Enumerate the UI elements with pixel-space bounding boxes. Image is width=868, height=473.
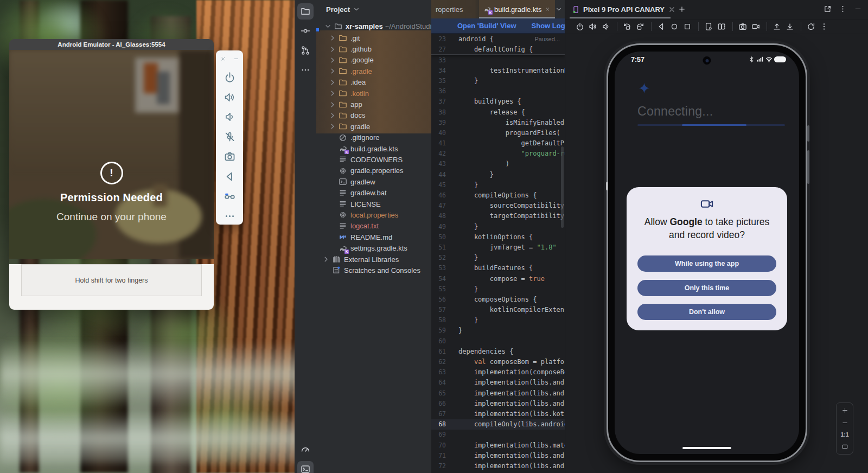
zoom-in-icon[interactable]: [841, 407, 848, 414]
code-line-27[interactable]: 27 defaultConfig {: [431, 44, 565, 54]
power-icon[interactable]: [222, 71, 237, 85]
code-line-64[interactable]: 64 implementation(libs.andr: [431, 378, 565, 388]
code-line-39[interactable]: 39 isMinifyEnabled: [431, 117, 565, 127]
tree-item-.github[interactable]: .github: [316, 43, 431, 54]
code-line-58[interactable]: 58 }: [431, 315, 565, 325]
tree-item-.gitignore[interactable]: .gitignore: [316, 132, 431, 143]
volume-up-icon[interactable]: [587, 21, 599, 33]
volume-up-icon[interactable]: [222, 90, 237, 104]
tab-gradle-properties[interactable]: roperties: [436, 0, 463, 18]
code-line-42[interactable]: 42 "proguard-ru: [431, 149, 565, 159]
tree-item-gradle.properties[interactable]: gradle.properties: [316, 165, 431, 176]
code-line-47[interactable]: 47 sourceCompatibility: [431, 201, 565, 211]
record-icon[interactable]: [750, 21, 762, 33]
close-tab-icon[interactable]: [545, 6, 551, 12]
hide-panel-icon[interactable]: [854, 5, 862, 13]
more-options-icon[interactable]: [839, 5, 847, 13]
tree-item-build.gradle.kts[interactable]: Kbuild.gradle.kts: [316, 143, 431, 154]
add-device-tab-icon[interactable]: [678, 5, 686, 13]
tree-item-logcat.txt[interactable]: logcat.txt: [316, 221, 431, 232]
code-line-62[interactable]: 62 val composeBom = platfor: [431, 356, 565, 367]
chevron-right-icon[interactable]: [328, 34, 337, 42]
chevron-right-icon[interactable]: [328, 111, 337, 120]
chevron-right-icon[interactable]: [328, 78, 337, 87]
code-line-72[interactable]: 72 implementation(libs.andr: [431, 461, 565, 471]
code-line-52[interactable]: 52 }: [431, 253, 565, 263]
tree-item-readme.md[interactable]: README.md: [316, 232, 431, 242]
code-line-54[interactable]: 54 compose = true: [431, 273, 565, 284]
back-icon[interactable]: [222, 169, 237, 183]
code-line-68[interactable]: 68 compileOnly(libs.android: [431, 419, 565, 430]
stripe-button-terminal[interactable]: [297, 461, 314, 473]
device-settings-icon[interactable]: [703, 21, 714, 33]
fold-icon[interactable]: [716, 21, 727, 33]
code-line-45[interactable]: 45 }: [431, 180, 565, 190]
overview-icon[interactable]: [681, 21, 693, 33]
home-indicator[interactable]: [682, 447, 731, 450]
code-line-51[interactable]: 51 jvmTarget = "1.8": [431, 242, 565, 252]
chevron-right-icon[interactable]: [328, 56, 337, 65]
tab-pixel-9-pro[interactable]: Pixel 9 Pro API CANARY: [570, 0, 678, 18]
tree-item-license[interactable]: LICENSE: [316, 199, 431, 209]
chevron-right-icon[interactable]: [322, 255, 330, 264]
code-line-73[interactable]: 73 implementation(libs.andr: [431, 471, 565, 473]
code-line-37[interactable]: 37 buildTypes {: [431, 97, 565, 107]
perm-button-don-t-allow[interactable]: Don't allow: [637, 304, 776, 320]
code-line-69[interactable]: 69: [431, 430, 565, 440]
upload-icon[interactable]: [771, 21, 783, 33]
code-line-67[interactable]: 67 implementation(libs.kotl: [431, 408, 565, 419]
code-line-70[interactable]: 70 implementation(libs.mate: [431, 440, 565, 450]
chevron-right-icon[interactable]: [328, 67, 337, 75]
volume-down-icon[interactable]: [600, 21, 612, 33]
open-in-window-icon[interactable]: [824, 5, 832, 13]
code-line-65[interactable]: 65 implementation(libs.andr: [431, 388, 565, 398]
stripe-button-project-folder[interactable]: [297, 3, 314, 20]
tree-item-gradlew.bat[interactable]: gradlew.bat: [316, 187, 431, 198]
code-line-50[interactable]: 50 kotlinOptions {: [431, 232, 565, 242]
banner-link-show-log-in-finder[interactable]: Show Log in Finder: [532, 22, 565, 30]
tree-item-.idea[interactable]: .idea: [316, 77, 431, 88]
tree-item-local.properties[interactable]: local.properties: [316, 209, 431, 220]
close-tab-icon[interactable]: [668, 5, 676, 14]
rotate-right-icon[interactable]: [634, 21, 646, 33]
code-line-53[interactable]: 53 buildFeatures {: [431, 263, 565, 273]
tree-item-docs[interactable]: docs: [316, 110, 431, 121]
editor-scrollbar[interactable]: [561, 146, 564, 228]
code-line-71[interactable]: 71 implementation(libs.andr: [431, 450, 565, 461]
code-line-36[interactable]: 36: [431, 86, 565, 97]
code-line-44[interactable]: 44 }: [431, 169, 565, 180]
mic-off-icon[interactable]: [222, 130, 237, 144]
tree-item-app[interactable]: app: [316, 99, 431, 110]
code-line-33[interactable]: 33: [431, 55, 565, 65]
screenshot-icon[interactable]: [737, 21, 749, 33]
tree-item-gradle[interactable]: gradle: [316, 121, 431, 132]
code-line-63[interactable]: 63 implementation(composeBo: [431, 367, 565, 378]
code-line-60[interactable]: 60: [431, 336, 565, 346]
code-line-57[interactable]: 57 kotlinCompilerExtens: [431, 305, 565, 315]
tree-item-external-libraries[interactable]: External Libraries: [316, 254, 431, 265]
stripe-button-pull-request[interactable]: [297, 42, 314, 59]
perm-button-while-using-the-app[interactable]: While using the app: [637, 255, 776, 272]
chevron-right-icon[interactable]: [328, 45, 337, 54]
code-line-41[interactable]: 41 getDefaultPro: [431, 138, 565, 149]
stripe-button-commit[interactable]: [297, 23, 314, 39]
zoom-ratio-label[interactable]: 1:1: [840, 431, 848, 438]
code-line-48[interactable]: 48 targetCompatibility: [431, 211, 565, 221]
tree-item-settings.gradle.kts[interactable]: Ksettings.gradle.kts: [316, 242, 431, 253]
camera-icon[interactable]: [222, 150, 237, 164]
tree-item-.git[interactable]: .git: [316, 33, 431, 43]
tree-item-scratches-and-consoles[interactable]: Scratches and Consoles: [316, 265, 431, 276]
code-line-56[interactable]: 56 composeOptions {: [431, 294, 565, 304]
tab-build-gradle-kts[interactable]: K build.gradle.kts: [479, 0, 555, 18]
glasses-icon[interactable]: [222, 189, 237, 203]
back-icon[interactable]: [655, 21, 667, 33]
chevron-down-icon[interactable]: [324, 22, 332, 30]
chevron-right-icon[interactable]: [328, 100, 337, 109]
stripe-button-profiler[interactable]: [297, 442, 314, 458]
code-lines[interactable]: 3334 testInstrumentationRu35 }3637 build…: [431, 55, 565, 473]
code-line-59[interactable]: 59}: [431, 325, 565, 336]
close-icon[interactable]: [220, 56, 226, 62]
rotate-left-icon[interactable]: [621, 21, 633, 33]
code-line-43[interactable]: 43 ): [431, 159, 565, 169]
tree-item-.kotlin[interactable]: .kotlin: [316, 88, 431, 99]
